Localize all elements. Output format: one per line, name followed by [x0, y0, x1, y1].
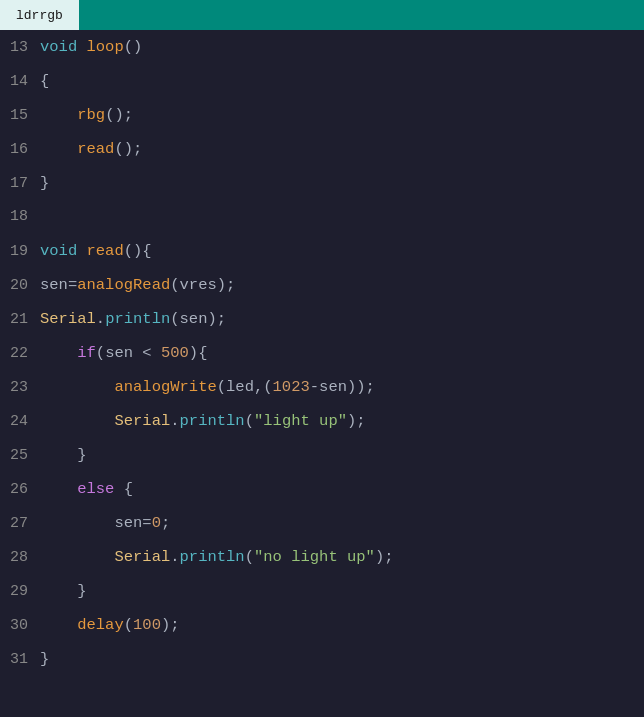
code-line: 27 sen=0;	[0, 506, 644, 540]
line-number: 19	[0, 235, 36, 269]
code-line: 22 if(sen < 500){	[0, 336, 644, 370]
line-number: 25	[0, 439, 36, 473]
code-text: read();	[36, 132, 142, 166]
line-number: 29	[0, 575, 36, 609]
code-text: void loop()	[36, 30, 142, 64]
code-text: analogWrite(led,(1023-sen));	[36, 370, 375, 404]
line-number: 18	[0, 200, 36, 234]
code-line: 30 delay(100);	[0, 608, 644, 642]
line-number: 31	[0, 643, 36, 677]
tab-label: ldrrgb	[16, 8, 63, 23]
code-line: 16 read();	[0, 132, 644, 166]
line-number: 27	[0, 507, 36, 541]
code-text: rbg();	[36, 98, 133, 132]
code-line: 20sen=analogRead(vres);	[0, 268, 644, 302]
line-number: 30	[0, 609, 36, 643]
code-line: 13void loop()	[0, 30, 644, 64]
line-number: 20	[0, 269, 36, 303]
line-number: 23	[0, 371, 36, 405]
code-line: 25 }	[0, 438, 644, 472]
code-line: 17}	[0, 166, 644, 200]
code-text: Serial.println("no light up");	[36, 540, 394, 574]
line-number: 28	[0, 541, 36, 575]
code-line: 23 analogWrite(led,(1023-sen));	[0, 370, 644, 404]
code-text: sen=0;	[36, 506, 170, 540]
code-line: 15 rbg();	[0, 98, 644, 132]
code-line: 26 else {	[0, 472, 644, 506]
code-line: 24 Serial.println("light up");	[0, 404, 644, 438]
code-text: }	[36, 438, 87, 472]
code-text: else {	[36, 472, 133, 506]
line-number: 17	[0, 167, 36, 201]
line-number: 26	[0, 473, 36, 507]
code-container: 13void loop()14{15 rbg();16 read();17}18…	[0, 30, 644, 717]
code-text: }	[36, 166, 49, 200]
line-number: 15	[0, 99, 36, 133]
line-number: 22	[0, 337, 36, 371]
code-line: 14{	[0, 64, 644, 98]
code-text: }	[36, 574, 87, 608]
code-line: 18	[0, 200, 644, 234]
code-line: 21Serial.println(sen);	[0, 302, 644, 336]
line-number: 13	[0, 31, 36, 65]
code-text: if(sen < 500){	[36, 336, 207, 370]
code-text: {	[36, 64, 49, 98]
code-line: 28 Serial.println("no light up");	[0, 540, 644, 574]
code-text: void read(){	[36, 234, 152, 268]
line-number: 24	[0, 405, 36, 439]
tab-ldrrgb[interactable]: ldrrgb	[0, 0, 79, 30]
code-line: 31}	[0, 642, 644, 676]
code-text: Serial.println(sen);	[36, 302, 226, 336]
tab-bar: ldrrgb	[0, 0, 644, 30]
code-text: Serial.println("light up");	[36, 404, 366, 438]
code-text: sen=analogRead(vres);	[36, 268, 235, 302]
line-number: 21	[0, 303, 36, 337]
code-line: 29 }	[0, 574, 644, 608]
code-text: }	[36, 642, 49, 676]
code-line: 19void read(){	[0, 234, 644, 268]
line-number: 14	[0, 65, 36, 99]
code-text: delay(100);	[36, 608, 180, 642]
line-number: 16	[0, 133, 36, 167]
